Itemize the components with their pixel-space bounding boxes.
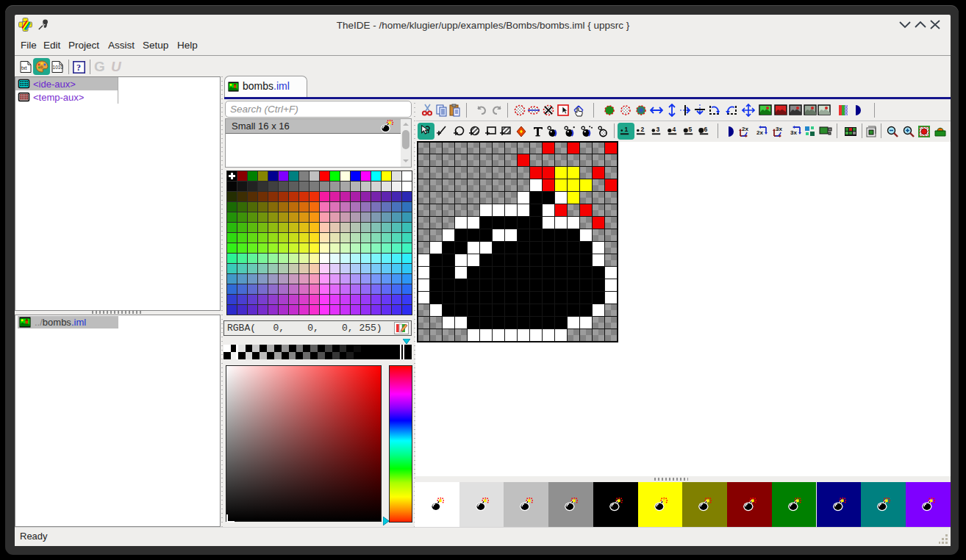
svg-text:2x: 2x [756, 129, 763, 136]
svg-text:5: 5 [689, 126, 693, 133]
svg-text:3x: 3x [776, 126, 782, 132]
svg-text:3: 3 [656, 126, 660, 133]
svg-text:txt: txt [21, 65, 26, 71]
svg-text:1010: 1010 [53, 65, 63, 70]
svg-text:?: ? [76, 62, 81, 73]
svg-text:3x: 3x [790, 129, 797, 136]
svg-text:4: 4 [673, 126, 676, 133]
svg-text:2x: 2x [742, 126, 748, 132]
svg-text:1: 1 [625, 126, 629, 133]
svg-text:6: 6 [704, 126, 708, 133]
svg-text:2: 2 [641, 126, 645, 133]
